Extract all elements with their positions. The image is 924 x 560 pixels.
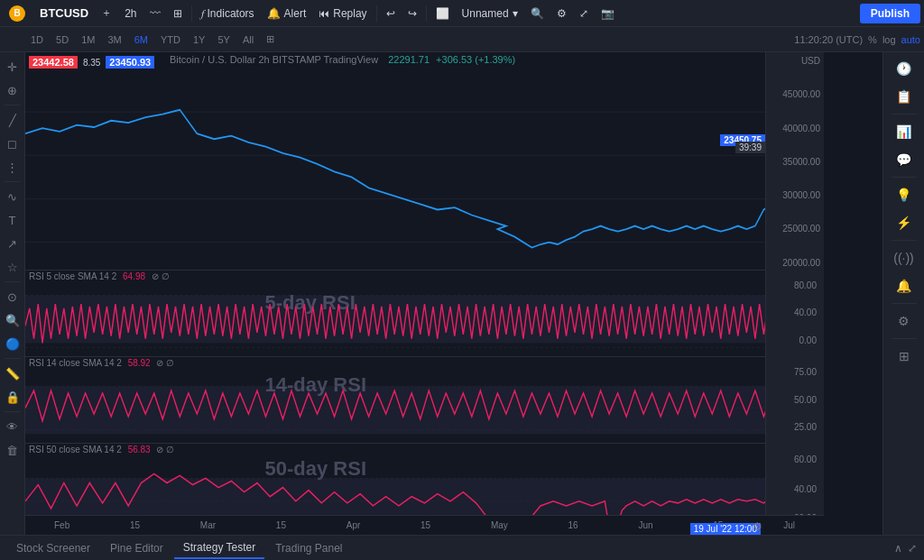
rsi5-40: 40.00	[766, 308, 820, 317]
tab-trading-panel[interactable]: Trading Panel	[266, 538, 351, 558]
lt-eye[interactable]: 👁	[2, 416, 23, 437]
search-btn[interactable]: 🔍	[525, 5, 550, 23]
lt-line[interactable]: ╱	[2, 109, 23, 131]
rsi5-value: 64.98	[123, 271, 145, 281]
layout-btn[interactable]: ⬜	[430, 5, 455, 23]
tf-1y[interactable]: 1Y	[188, 32, 210, 47]
lt-wave[interactable]: ∿	[2, 186, 23, 207]
rt-settings[interactable]: ⚙	[888, 308, 920, 334]
price-35k: 35000.00	[766, 157, 824, 167]
lt-lock[interactable]: 🔒	[2, 386, 23, 408]
rsi14-75: 75.00	[766, 367, 820, 377]
rt-alerts[interactable]: ((·))	[888, 245, 920, 271]
rsi14-50: 50.00	[766, 395, 820, 405]
compare-btn[interactable]: ⊞	[168, 5, 188, 23]
lt-text[interactable]: T	[2, 209, 23, 231]
replay-btn[interactable]: ⏮ Replay	[313, 5, 372, 23]
time-may: May	[491, 520, 508, 530]
lt-more-lines[interactable]: ⋮	[2, 156, 23, 178]
auto-toggle[interactable]: auto	[901, 34, 920, 45]
time-labels: Feb 15 Mar 15 Apr 15 May 16 Jun 15 Jul	[51, 520, 799, 530]
rsi50-value: 56.83	[128, 445, 151, 454]
time-apr: Apr	[346, 520, 361, 530]
time-feb15: 15	[130, 520, 140, 530]
lt-measure[interactable]: ⊙	[2, 286, 23, 308]
rsi14-25: 25.00	[766, 422, 820, 432]
lt-zoom[interactable]: 🔍	[2, 309, 23, 331]
lt-dot[interactable]: ⊕	[2, 79, 23, 101]
rt-watchlist[interactable]: 🕐	[888, 56, 920, 81]
symbol-label: BTCUSD	[40, 6, 88, 20]
rt-sep-2	[892, 177, 917, 178]
percent-toggle[interactable]: %	[868, 34, 877, 45]
chart-type-btn[interactable]: 〰	[144, 5, 166, 23]
fullscreen-btn[interactable]: ⤢	[574, 5, 594, 23]
chart-header: 23442.58 8.35 23450.93	[29, 56, 154, 69]
log-toggle[interactable]: log	[882, 34, 896, 45]
publish-button[interactable]: Publish	[860, 4, 920, 23]
rsi14-value: 58.92	[128, 358, 151, 368]
time-axis: Feb 15 Mar 15 Apr 15 May 16 Jun 15 Jul 1…	[25, 515, 824, 535]
rt-chart-extra[interactable]: 📊	[888, 119, 920, 144]
chart-title: Bitcoin / U.S. Dollar 2h BITSTAMP Tradin…	[170, 54, 515, 65]
undo-btn[interactable]: ↩	[381, 5, 401, 23]
tf-custom[interactable]: ⊞	[261, 32, 280, 47]
lt-trash[interactable]: 🗑	[2, 439, 23, 461]
indicators-btn[interactable]: 𝑓 Indicators	[196, 5, 260, 23]
rt-chat[interactable]: 💬	[888, 147, 920, 172]
rsi14-panel: RSI 14 close SMA 14 2 58.92 ⊘ ∅ 14-day R…	[25, 356, 824, 443]
rt-screener[interactable]: ⚡	[888, 210, 920, 235]
add-symbol-btn[interactable]: ＋	[96, 3, 117, 23]
lt-rect[interactable]: ◻	[2, 133, 23, 154]
time-apr15: 15	[420, 520, 430, 530]
tf-5d[interactable]: 5D	[51, 32, 74, 47]
lt-arrow[interactable]: ↗	[2, 233, 23, 254]
tf-ytd[interactable]: YTD	[155, 32, 186, 47]
tf-all[interactable]: All	[237, 32, 259, 47]
lt-magnet[interactable]: 🔵	[2, 333, 23, 354]
tf-5y[interactable]: 5Y	[212, 32, 235, 47]
rt-calendar[interactable]: 📋	[888, 84, 920, 109]
ask-price-tag: 23450.93	[106, 56, 154, 69]
symbol-btn[interactable]: BTCUSD	[34, 4, 94, 23]
date-highlight-badge: 19 Jul '22 12:00	[690, 523, 761, 535]
panel-expand-btn[interactable]: ⤢	[908, 542, 917, 555]
tf-6m[interactable]: 6M	[129, 32, 153, 47]
tf-3m[interactable]: 3M	[102, 32, 126, 47]
rt-grid[interactable]: ⊞	[888, 344, 920, 369]
lt-star[interactable]: ☆	[2, 256, 23, 278]
tf-1m[interactable]: 1M	[76, 32, 100, 47]
right-toolbar: 🕐 📋 📊 💬 💡 ⚡ ((·)) 🔔 ⚙ ⊞	[882, 52, 924, 535]
toolbar-divider-2	[376, 5, 377, 22]
tab-strategy-tester[interactable]: Strategy Tester	[174, 537, 264, 559]
price-25k: 25000.00	[766, 224, 824, 234]
bottom-panel: Stock Screener Pine Editor Strategy Test…	[0, 535, 924, 560]
main-area: ✛ ⊕ ╱ ◻ ⋮ ∿ T ↗ ☆ ⊙ 🔍 🔵 📏 🔒 👁 🗑 23442.58	[0, 52, 924, 535]
tab-pine-editor[interactable]: Pine Editor	[101, 538, 172, 558]
snapshot-btn[interactable]: 📷	[596, 5, 620, 23]
tf-1d[interactable]: 1D	[25, 32, 49, 47]
rsi50-60: 60.00	[766, 454, 820, 464]
interval-btn[interactable]: 2h	[119, 5, 142, 23]
lt-ruler[interactable]: 📏	[2, 363, 23, 384]
alert-icon: 🔔	[267, 7, 281, 20]
rsi5-80: 80.00	[766, 280, 820, 290]
logo-btn[interactable]: B	[4, 3, 32, 24]
rt-ideas[interactable]: 💡	[888, 182, 920, 207]
lt-crosshair[interactable]: ✛	[2, 56, 23, 78]
settings-btn[interactable]: ⚙	[551, 5, 572, 23]
chart-canvas: 23442.58 8.35 23450.93 Bitcoin / U.S. Do…	[25, 52, 882, 535]
panel-collapse-btn[interactable]: ∧	[894, 542, 902, 555]
spread-label: 8.35	[83, 58, 100, 68]
time-axis-settings[interactable]: ⚙	[753, 520, 762, 533]
tab-stock-screener[interactable]: Stock Screener	[7, 538, 99, 558]
time-mar: Mar	[200, 520, 216, 530]
unnamed-btn[interactable]: Unnamed ▾	[457, 5, 523, 23]
alert-btn[interactable]: 🔔 Alert	[262, 5, 312, 23]
rt-notification[interactable]: 🔔	[888, 273, 920, 298]
redo-btn[interactable]: ↪	[402, 5, 422, 23]
lt-sep-2	[5, 181, 21, 182]
toolbar-divider-3	[426, 5, 427, 22]
price-40k: 40000.00	[766, 124, 824, 133]
main-chart-panel: 23442.58 8.35 23450.93 Bitcoin / U.S. Do…	[25, 52, 824, 270]
